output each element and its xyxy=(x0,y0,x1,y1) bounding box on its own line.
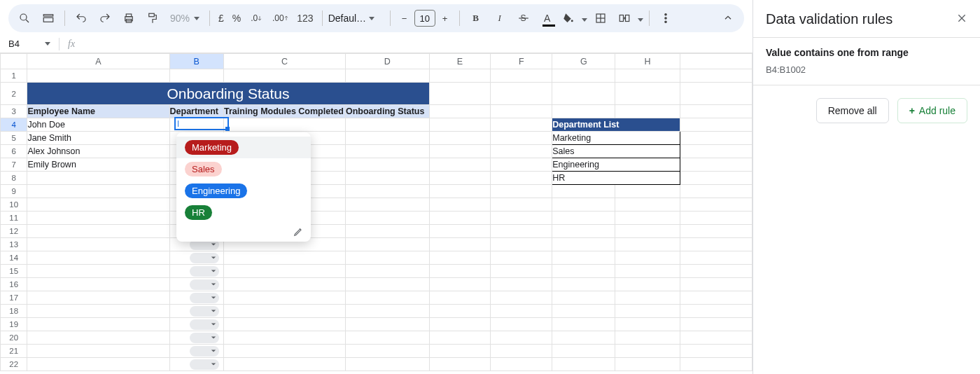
cell-G17[interactable] xyxy=(552,291,615,305)
cell-A13[interactable] xyxy=(27,238,169,251)
cell-A8[interactable] xyxy=(27,172,169,185)
cell-E16[interactable] xyxy=(429,278,491,291)
cell-D19[interactable] xyxy=(345,318,429,331)
cell-G16[interactable] xyxy=(552,278,615,291)
row-header-18[interactable]: 18 xyxy=(1,305,27,318)
cell-G4[interactable]: Department List xyxy=(552,118,680,132)
cell-G19[interactable] xyxy=(552,318,615,331)
col-header-F[interactable]: F xyxy=(491,54,552,69)
cell-E12[interactable] xyxy=(429,225,491,238)
cell-H12[interactable] xyxy=(615,225,680,238)
cell-D1[interactable] xyxy=(345,69,429,83)
cell-D4[interactable] xyxy=(345,118,429,132)
cell-C18[interactable] xyxy=(224,305,346,318)
cell-A11[interactable] xyxy=(27,212,169,225)
cell-F10[interactable] xyxy=(491,198,552,212)
cell-E21[interactable] xyxy=(429,345,491,358)
cell-D12[interactable] xyxy=(345,225,429,238)
cell-B4[interactable] xyxy=(169,118,224,132)
cell-H1[interactable] xyxy=(615,69,680,83)
cell-A6[interactable]: Alex Johnson xyxy=(27,145,169,158)
cell-G7[interactable]: Engineering xyxy=(552,158,680,172)
cell-B1[interactable] xyxy=(169,69,224,83)
cell-D16[interactable] xyxy=(345,278,429,291)
cell-D5[interactable] xyxy=(345,132,429,145)
cell-F1[interactable] xyxy=(491,69,552,83)
cell-G14[interactable] xyxy=(552,251,615,265)
paint-format-icon[interactable] xyxy=(142,8,163,29)
remove-all-button[interactable]: Remove all xyxy=(816,98,889,123)
cell-E18[interactable] xyxy=(429,305,491,318)
print-icon[interactable] xyxy=(118,8,139,29)
row-header-8[interactable]: 8 xyxy=(1,172,27,185)
cell-C15[interactable] xyxy=(224,265,346,278)
cell-H9[interactable] xyxy=(615,185,680,198)
fill-color-button[interactable] xyxy=(558,8,579,29)
cell-E2[interactable] xyxy=(429,83,491,105)
cell-H11[interactable] xyxy=(615,212,680,225)
cell-B18[interactable] xyxy=(169,305,224,318)
cell-D10[interactable] xyxy=(345,198,429,212)
cell-B14[interactable] xyxy=(169,251,224,265)
cell-F3[interactable] xyxy=(491,105,552,118)
col-header-A[interactable]: A xyxy=(27,54,169,69)
dropdown-option[interactable]: Marketing xyxy=(176,137,311,158)
cell-H17[interactable] xyxy=(615,291,680,305)
close-panel-icon[interactable] xyxy=(956,13,967,26)
cell-A20[interactable] xyxy=(27,331,169,345)
col-header-E[interactable]: E xyxy=(429,54,491,69)
cell-E22[interactable] xyxy=(429,358,491,371)
col-header-D[interactable]: D xyxy=(345,54,429,69)
cell-H2[interactable] xyxy=(615,83,680,105)
cell-E8[interactable] xyxy=(429,172,491,185)
cell-B20[interactable] xyxy=(169,331,224,345)
cell-C16[interactable] xyxy=(224,278,346,291)
cell-E14[interactable] xyxy=(429,251,491,265)
cell-D11[interactable] xyxy=(345,212,429,225)
cell-A21[interactable] xyxy=(27,345,169,358)
undo-icon[interactable] xyxy=(71,8,92,29)
cell-G6[interactable]: Sales xyxy=(552,145,680,158)
cell-G9[interactable] xyxy=(552,185,615,198)
row-header-5[interactable]: 5 xyxy=(1,132,27,145)
cell-F13[interactable] xyxy=(491,238,552,251)
cell-A1[interactable] xyxy=(27,69,169,83)
cell-F6[interactable] xyxy=(491,145,552,158)
cell-H21[interactable] xyxy=(615,345,680,358)
row-header-15[interactable]: 15 xyxy=(1,265,27,278)
font-select[interactable]: Defaul… xyxy=(328,13,384,24)
row-header-12[interactable]: 12 xyxy=(1,225,27,238)
cell-F9[interactable] xyxy=(491,185,552,198)
row-header-6[interactable]: 6 xyxy=(1,145,27,158)
cell-D13[interactable] xyxy=(345,238,429,251)
cell-F15[interactable] xyxy=(491,265,552,278)
dropdown-option[interactable]: Sales xyxy=(176,158,311,180)
cell-E19[interactable] xyxy=(429,318,491,331)
col-header-C[interactable]: C xyxy=(224,54,346,69)
cell-H13[interactable] xyxy=(615,238,680,251)
cell-F5[interactable] xyxy=(491,132,552,145)
cell-C21[interactable] xyxy=(224,345,346,358)
fill-color-dropdown[interactable] xyxy=(582,13,587,24)
cell-C22[interactable] xyxy=(224,358,346,371)
cell-B15[interactable] xyxy=(169,265,224,278)
dropdown-option[interactable]: HR xyxy=(176,202,311,223)
row-header-13[interactable]: 13 xyxy=(1,238,27,251)
cell-D14[interactable] xyxy=(345,251,429,265)
cell-G21[interactable] xyxy=(552,345,615,358)
redo-icon[interactable] xyxy=(94,8,115,29)
cell-C4[interactable] xyxy=(224,118,346,132)
cell-G20[interactable] xyxy=(552,331,615,345)
currency-format-button[interactable]: £ xyxy=(216,13,227,24)
filter-views-icon[interactable] xyxy=(38,8,59,29)
cell-D8[interactable] xyxy=(345,172,429,185)
row-header-14[interactable]: 14 xyxy=(1,251,27,265)
cell-A17[interactable] xyxy=(27,291,169,305)
cell-D6[interactable] xyxy=(345,145,429,158)
cell-G3[interactable] xyxy=(552,105,615,118)
cell-F16[interactable] xyxy=(491,278,552,291)
percent-format-button[interactable]: % xyxy=(230,13,244,24)
cell-H14[interactable] xyxy=(615,251,680,265)
cell-E4[interactable] xyxy=(429,118,491,132)
cell-H19[interactable] xyxy=(615,318,680,331)
